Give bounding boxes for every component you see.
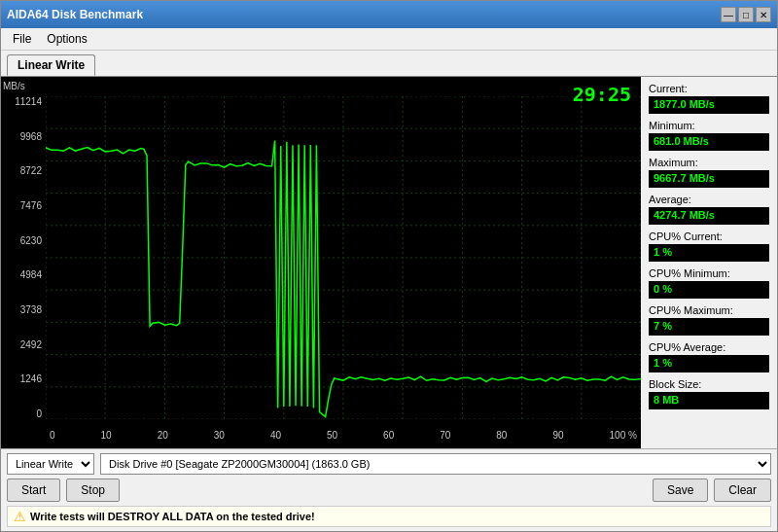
controls-row1: Linear Write Disk Drive #0 [Seagate ZP20…: [7, 453, 771, 475]
stat-maximum: Maximum: 9667.7 MB/s: [649, 157, 769, 188]
x-label-40: 40: [270, 430, 281, 441]
y-label-4984: 4984: [20, 269, 42, 280]
stop-button[interactable]: Stop: [66, 479, 120, 502]
cpu-current-value: 1 %: [649, 244, 769, 262]
bottom-controls: Linear Write Disk Drive #0 [Seagate ZP20…: [1, 448, 777, 531]
x-label-20: 20: [158, 430, 168, 441]
x-label-90: 90: [552, 430, 563, 441]
maximize-button[interactable]: □: [738, 7, 754, 22]
stat-cpu-maximum: CPU% Maximum: 7 %: [649, 304, 769, 336]
average-label: Average:: [649, 194, 769, 205]
cpu-average-value: 1 %: [649, 355, 769, 372]
x-label-80: 80: [496, 430, 507, 441]
x-label-50: 50: [327, 430, 337, 441]
cpu-maximum-label: CPU% Maximum:: [649, 304, 769, 316]
y-label-1246: 1246: [20, 373, 42, 384]
maximum-value: 9667.7 MB/s: [649, 170, 769, 188]
warning-icon: ⚠: [14, 509, 26, 524]
y-label-0: 0: [36, 408, 42, 419]
y-label-8722: 8722: [20, 165, 42, 176]
average-value: 4274.7 MB/s: [649, 207, 769, 225]
minimum-label: Minimum:: [649, 120, 769, 131]
disk-drive-dropdown[interactable]: Disk Drive #0 [Seagate ZP2000GM30004] (1…: [100, 453, 771, 475]
test-type-dropdown[interactable]: Linear Write: [7, 453, 94, 475]
maximum-label: Maximum:: [649, 157, 769, 168]
stat-block-size: Block Size: 8 MB: [649, 378, 769, 409]
window-title: AIDA64 Disk Benchmark: [7, 8, 143, 21]
block-size-value: 8 MB: [649, 392, 769, 409]
x-axis-labels: 0 10 20 30 40 50 60 70 80 90 100 %: [46, 430, 641, 441]
cpu-minimum-value: 0 %: [649, 281, 769, 299]
y-axis-labels: 11214 9968 8722 7476 6230 4984 3738 2492…: [1, 96, 46, 419]
x-label-60: 60: [383, 430, 394, 441]
y-label-7476: 7476: [20, 200, 42, 211]
close-button[interactable]: ✕: [756, 7, 771, 22]
timer-display: 29:25: [573, 83, 631, 106]
y-label-3738: 3738: [20, 304, 42, 315]
title-bar: AIDA64 Disk Benchmark — □ ✕: [1, 1, 777, 28]
tab-linear-write[interactable]: Linear Write: [7, 54, 95, 76]
current-label: Current:: [649, 83, 769, 94]
controls-row2: Start Stop Save Clear: [7, 479, 771, 502]
chart-canvas: [46, 96, 641, 419]
tab-bar: Linear Write: [1, 51, 777, 76]
start-button[interactable]: Start: [7, 479, 60, 502]
current-value: 1877.0 MB/s: [649, 96, 769, 114]
y-label-9968: 9968: [20, 131, 42, 142]
content-area: MB/s 11214 9968 8722 7476 6230 4984 3738…: [1, 76, 777, 448]
chart-panel: MB/s 11214 9968 8722 7476 6230 4984 3738…: [1, 77, 641, 448]
stat-cpu-current: CPU% Current: 1 %: [649, 231, 769, 262]
right-panel: Current: 1877.0 MB/s Minimum: 681.0 MB/s…: [641, 77, 777, 448]
x-label-10: 10: [101, 430, 112, 441]
minimize-button[interactable]: —: [721, 7, 736, 22]
stat-average: Average: 4274.7 MB/s: [649, 194, 769, 225]
x-label-0: 0: [50, 430, 55, 441]
cpu-minimum-label: CPU% Minimum:: [649, 267, 769, 279]
x-label-30: 30: [214, 430, 225, 441]
cpu-current-label: CPU% Current:: [649, 231, 769, 242]
y-label-6230: 6230: [20, 235, 42, 246]
block-size-label: Block Size:: [649, 378, 769, 390]
stat-current: Current: 1877.0 MB/s: [649, 83, 769, 114]
stat-cpu-average: CPU% Average: 1 %: [649, 341, 769, 372]
y-label-2492: 2492: [20, 339, 42, 350]
warning-text: Write tests will DESTROY ALL DATA on the…: [30, 511, 315, 522]
menu-file[interactable]: File: [5, 30, 39, 48]
clear-button[interactable]: Clear: [714, 479, 771, 502]
cpu-average-label: CPU% Average:: [649, 341, 769, 353]
chart-canvas-area: [46, 96, 641, 419]
x-label-70: 70: [440, 430, 450, 441]
title-bar-buttons: — □ ✕: [721, 7, 771, 22]
menu-bar: File Options: [1, 28, 777, 51]
warning-row: ⚠ Write tests will DESTROY ALL DATA on t…: [7, 506, 771, 527]
stat-minimum: Minimum: 681.0 MB/s: [649, 120, 769, 151]
cpu-maximum-value: 7 %: [649, 318, 769, 336]
save-button[interactable]: Save: [653, 479, 708, 502]
y-label-11214: 11214: [15, 96, 42, 107]
y-axis-title: MB/s: [3, 81, 25, 91]
x-label-100: 100 %: [610, 430, 637, 441]
stat-cpu-minimum: CPU% Minimum: 0 %: [649, 267, 769, 299]
minimum-value: 681.0 MB/s: [649, 133, 769, 151]
main-window: AIDA64 Disk Benchmark — □ ✕ File Options…: [0, 0, 778, 532]
menu-options[interactable]: Options: [39, 30, 94, 48]
